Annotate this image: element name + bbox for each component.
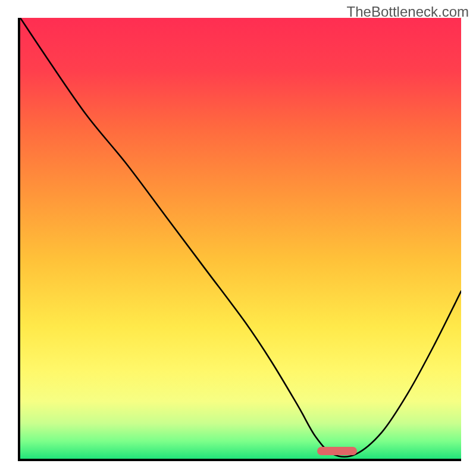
optimal-range-marker: [317, 447, 357, 455]
bottleneck-curve-svg: [20, 18, 461, 459]
bottleneck-curve-path: [20, 18, 461, 457]
chart-frame: TheBottleneck.com: [0, 0, 476, 476]
plot-area: [18, 18, 461, 461]
